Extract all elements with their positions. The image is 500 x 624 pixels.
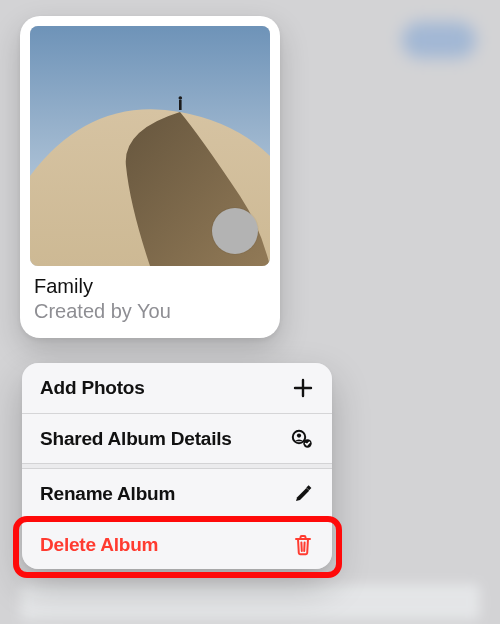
shared-users-icon: [288, 428, 314, 450]
svg-point-2: [179, 96, 183, 100]
album-title: Family: [34, 274, 266, 299]
svg-rect-1: [179, 100, 182, 110]
menu-add-photos-label: Add Photos: [40, 377, 145, 399]
menu-add-photos[interactable]: Add Photos: [22, 363, 332, 413]
menu-shared-details[interactable]: Shared Album Details: [22, 413, 332, 463]
menu-shared-details-label: Shared Album Details: [40, 428, 232, 450]
pencil-icon: [288, 483, 314, 505]
menu-rename-album[interactable]: Rename Album: [22, 469, 332, 519]
context-menu: Add Photos Shared Album Details: [22, 363, 332, 569]
album-subtitle: Created by You: [34, 299, 266, 324]
menu-delete-album[interactable]: Delete Album: [22, 519, 332, 569]
album-thumbnail: [30, 26, 270, 266]
album-preview-card[interactable]: Family Created by You: [20, 16, 280, 338]
svg-point-4: [297, 433, 301, 437]
shared-user-avatar: [212, 208, 258, 254]
menu-delete-album-label: Delete Album: [40, 534, 158, 556]
plus-icon: [288, 377, 314, 399]
trash-icon: [288, 533, 314, 557]
menu-rename-album-label: Rename Album: [40, 483, 175, 505]
